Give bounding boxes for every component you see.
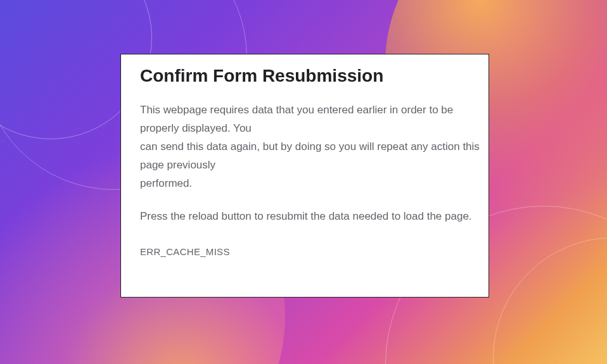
error-message: This webpage requires data that you ente… (140, 101, 489, 192)
error-title: Confirm Form Resubmission (140, 66, 489, 86)
error-panel: Confirm Form Resubmission This webpage r… (120, 54, 489, 298)
error-code: ERR_CACHE_MISS (140, 246, 489, 257)
error-instruction: Press the reload button to resubmit the … (140, 208, 489, 226)
